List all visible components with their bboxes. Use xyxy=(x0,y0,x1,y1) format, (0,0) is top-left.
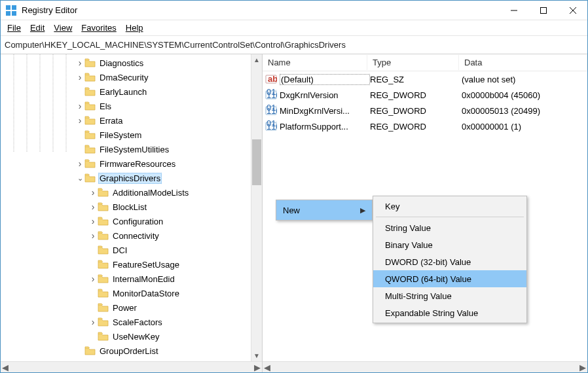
values-pane: Name Type Data ab(Default)REG_SZ(value n… xyxy=(263,54,587,372)
expand-icon[interactable]: › xyxy=(88,187,98,198)
folder-icon xyxy=(98,202,109,211)
context-separator xyxy=(376,217,524,217)
tree-item-label: Power xyxy=(111,302,138,313)
expand-icon[interactable]: › xyxy=(88,202,98,212)
folder-icon xyxy=(98,303,109,312)
address-text: Computer\HKEY_LOCAL_MACHINE\SYSTEM\Curre… xyxy=(5,40,346,50)
context-item-qword[interactable]: QWORD (64-bit) Value xyxy=(373,270,526,287)
menu-view[interactable]: View xyxy=(50,22,76,34)
value-row[interactable]: ab(Default)REG_SZ(value not set) xyxy=(263,71,587,87)
tree-item[interactable]: ›AdditionalModeLists xyxy=(1,185,262,200)
context-item-new-label: New xyxy=(283,205,300,215)
app-icon xyxy=(5,4,18,17)
folder-icon xyxy=(84,130,96,139)
context-item-key[interactable]: Key xyxy=(373,198,526,215)
menu-file[interactable]: File xyxy=(3,22,25,34)
tree-item-label: FirmwareResources xyxy=(98,158,177,169)
scroll-left-icon[interactable]: ◀ xyxy=(2,363,9,372)
tree-item-label: DCI xyxy=(111,245,128,256)
tree-item[interactable]: FileSystem xyxy=(1,128,262,142)
value-type: REG_SZ xyxy=(370,75,462,84)
value-row[interactable]: 011110PlatformSupport...REG_DWORD0x00000… xyxy=(263,118,587,134)
expand-icon[interactable]: › xyxy=(88,230,98,241)
tree-vertical-scrollbar[interactable]: ▲ ▼ xyxy=(251,54,262,361)
tree-item[interactable]: ›Errata xyxy=(1,113,262,128)
menu-edit[interactable]: Edit xyxy=(26,22,48,34)
menu-help[interactable]: Help xyxy=(122,22,147,34)
expand-icon[interactable]: › xyxy=(88,216,98,226)
column-data[interactable]: Data xyxy=(459,55,587,70)
values-body[interactable]: ab(Default)REG_SZ(value not set)011110Dx… xyxy=(263,71,587,361)
expand-icon[interactable]: › xyxy=(88,317,98,327)
folder-icon xyxy=(84,116,96,125)
tree-item[interactable]: ›BlockList xyxy=(1,200,262,214)
address-bar[interactable]: Computer\HKEY_LOCAL_MACHINE\SYSTEM\Curre… xyxy=(1,36,587,54)
tree-item[interactable]: ›ScaleFactors xyxy=(1,315,262,329)
column-type[interactable]: Type xyxy=(367,55,459,70)
context-item-multistring[interactable]: Multi-String Value xyxy=(373,287,526,304)
folder-icon xyxy=(84,101,96,111)
tree-item[interactable]: GroupOrderList xyxy=(1,344,262,358)
tree-item[interactable]: ›Connectivity xyxy=(1,228,262,243)
tree-item[interactable]: ›DmaSecurity xyxy=(1,70,262,84)
expand-icon[interactable]: › xyxy=(75,101,84,111)
folder-icon xyxy=(98,231,109,240)
tree-item[interactable]: ›Diagnostics xyxy=(1,56,262,70)
context-item-string[interactable]: String Value xyxy=(373,219,526,236)
expand-icon[interactable]: › xyxy=(75,72,84,82)
folder-icon xyxy=(98,332,109,341)
tree-item-label: FeatureSetUsage xyxy=(111,259,181,270)
value-row[interactable]: 011110MinDxgKrnlVersi...REG_DWORD0x00005… xyxy=(263,103,587,118)
value-row[interactable]: 011110DxgKrnlVersionREG_DWORD0x0000b004 … xyxy=(263,87,587,103)
context-item-dword[interactable]: DWORD (32-bit) Value xyxy=(373,253,526,270)
maximize-button[interactable] xyxy=(528,1,558,20)
expand-icon[interactable]: › xyxy=(75,115,84,126)
collapse-icon[interactable]: ⌄ xyxy=(75,174,84,183)
context-item-binary[interactable]: Binary Value xyxy=(373,236,526,253)
dword-value-icon: 011110 xyxy=(265,89,277,101)
tree-item[interactable]: DCI xyxy=(1,243,262,257)
folder-icon xyxy=(98,317,109,327)
expand-icon[interactable]: › xyxy=(75,158,84,169)
menu-favorites[interactable]: Favorites xyxy=(77,22,120,34)
tree-item[interactable]: ›FirmwareResources xyxy=(1,156,262,171)
tree-item-label: AdditionalModeLists xyxy=(111,187,190,198)
folder-icon xyxy=(84,346,96,355)
tree-item[interactable]: ›Els xyxy=(1,99,262,113)
scroll-down-icon[interactable]: ▼ xyxy=(251,350,262,361)
scroll-up-icon[interactable]: ▲ xyxy=(251,54,262,65)
folder-icon xyxy=(98,289,109,298)
dword-value-icon: 011110 xyxy=(265,105,277,116)
expand-icon[interactable]: › xyxy=(75,58,84,68)
value-type: REG_DWORD xyxy=(370,90,462,100)
tree-item-label: MonitorDataStore xyxy=(111,288,181,299)
tree-item-label: EarlyLaunch xyxy=(98,86,148,98)
tree-horizontal-scrollbar[interactable]: ◀ ▶ xyxy=(1,361,262,372)
tree-item[interactable]: ›InternalMonEdid xyxy=(1,272,262,286)
tree-item[interactable]: Power xyxy=(1,300,262,315)
tree-item[interactable]: ›Configuration xyxy=(1,214,262,228)
column-name[interactable]: Name xyxy=(263,55,367,70)
tree-item[interactable]: ⌄GraphicsDrivers xyxy=(1,171,262,185)
value-name: DxgKrnlVersion xyxy=(280,90,370,100)
tree-item[interactable]: FileSystemUtilities xyxy=(1,142,262,156)
app-window: Registry Editor File Edit View Favorites… xyxy=(0,0,588,373)
tree-item[interactable]: FeatureSetUsage xyxy=(1,257,262,272)
context-item-expstring[interactable]: Expandable String Value xyxy=(373,304,526,321)
tree-item[interactable]: EarlyLaunch xyxy=(1,84,262,99)
close-button[interactable] xyxy=(558,1,587,20)
tree-item[interactable]: UseNewKey xyxy=(1,329,262,344)
minimize-button[interactable] xyxy=(499,1,528,20)
scroll-left-icon[interactable]: ◀ xyxy=(264,363,270,372)
scroll-right-icon[interactable]: ▶ xyxy=(254,363,261,372)
context-item-new[interactable]: New ▶ xyxy=(276,200,372,220)
value-data: 0x00005013 (20499) xyxy=(462,106,585,116)
window-title: Registry Editor xyxy=(22,5,499,15)
scroll-right-icon[interactable]: ▶ xyxy=(579,363,586,372)
tree-item[interactable]: MonitorDataStore xyxy=(1,286,262,300)
tree[interactable]: ›Diagnostics›DmaSecurityEarlyLaunch›Els›… xyxy=(1,54,262,359)
scroll-thumb[interactable] xyxy=(252,139,261,185)
values-horizontal-scrollbar[interactable]: ◀ ▶ xyxy=(263,361,587,372)
folder-icon xyxy=(84,159,96,168)
expand-icon[interactable]: › xyxy=(88,274,98,284)
